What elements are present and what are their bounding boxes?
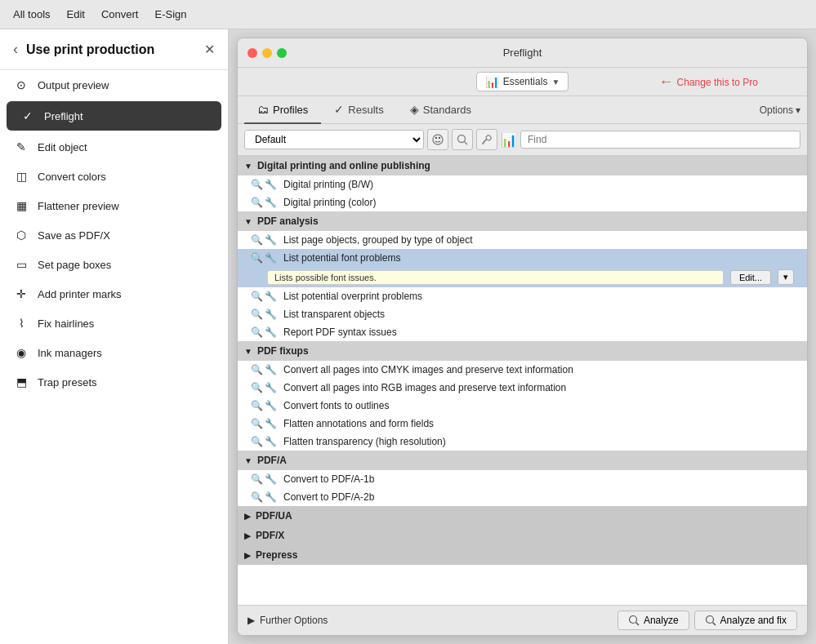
sidebar-item-convert-colors[interactable]: ◫ Convert colors [0,162,228,191]
sidebar-item-flattener-preview[interactable]: ▦ Flattener preview [0,191,228,220]
sidebar-item-label: Flattener preview [38,200,119,212]
list-item[interactable]: 🔍🔧 Flatten annotations and form fields [238,415,807,433]
list-item[interactable]: 🔍🔧 List page objects, grouped by type of… [238,231,807,249]
wrench-icon-button[interactable] [476,129,497,150]
sidebar-item-label: Add printer marks [38,288,122,300]
menu-esign[interactable]: E-Sign [154,8,186,20]
printer-marks-icon: ✛ [13,287,29,300]
section-digital-printing[interactable]: ▼ Digital printing and online publishing [238,156,807,175]
edit-object-icon: ✎ [13,140,29,153]
sidebar-item-label: Convert colors [38,171,106,183]
list-item[interactable]: 🔍🔧 Convert fonts to outlines [238,397,807,415]
find-input[interactable] [520,131,800,149]
section-prepress[interactable]: ▶ Prepress [238,545,807,565]
app-layout: ‹ Use print production ✕ ⊙ Output previe… [0,29,816,644]
collapse-arrow-icon: ▼ [244,162,252,171]
options-dropdown-icon: ▾ [796,104,800,116]
analyze-button[interactable]: Analyze [618,611,689,630]
sidebar-item-set-page-boxes[interactable]: ▭ Set page boxes [0,250,228,279]
fix-item-icon: 🔧 [265,473,277,485]
item-label: Digital printing (color) [283,197,376,208]
fix-hairlines-icon: ⌇ [13,317,29,330]
svg-point-8 [706,616,713,624]
list-item[interactable]: 🔍🔧 Report PDF syntax issues [238,323,807,341]
list-item[interactable]: 🔍🔧 Digital printing (B/W) [238,175,807,193]
options-button[interactable]: Options ▾ [760,104,800,116]
section-pdfx[interactable]: ▶ PDF/X [238,526,807,545]
window-controls [247,48,287,58]
collapse-arrow-icon: ▼ [244,456,252,465]
further-options[interactable]: ▶ Further Options [247,615,328,626]
list-item[interactable]: 🔍🔧 List potential overprint problems [238,287,807,305]
window-close-button[interactable] [247,48,257,58]
change-to-pro-text: Change this to Pro [677,76,758,87]
edit-row: Lists possible font issues. Edit... ▾ [238,267,807,287]
search-item-icon: 🔍 [251,418,263,429]
essentials-button[interactable]: 📊 Essentials ▼ [476,72,569,91]
list-item[interactable]: 🔍🔧 List transparent objects [238,305,807,323]
preflight-icon: ✓ [20,109,36,122]
sidebar-item-save-pdfx[interactable]: ⬡ Save as PDF/X [0,220,228,250]
menu-convert[interactable]: Convert [101,8,139,20]
list-item[interactable]: 🔍🔧 Convert to PDF/A-2b [238,488,807,506]
sidebar-item-label: Preflight [44,110,83,122]
main-content: Preflight 📊 Essentials ▼ ← Change this t… [229,29,816,644]
sidebar-item-label: Trap presets [38,376,97,389]
search-item-icon: 🔍 [251,473,263,485]
search-icon-button[interactable] [452,129,473,150]
fix-item-icon: 🔧 [265,418,277,429]
sidebar-item-ink-managers[interactable]: ◉ Ink managers [0,338,228,367]
list-item[interactable]: 🔍🔧 Convert all pages into RGB images and… [238,379,807,397]
window-maximize-button[interactable] [277,48,287,58]
fix-item-icon: 🔧 [265,400,277,411]
list-item[interactable]: 🔍🔧 Flatten transparency (high resolution… [238,433,807,451]
analyze-fix-button[interactable]: Analyze and fix [694,611,797,630]
list-item[interactable]: 🔍🔧 Convert all pages into CMYK images an… [238,361,807,379]
profiles-content: ▼ Digital printing and online publishing… [238,156,807,605]
search-item-icon: 🔍 [251,326,263,338]
list-item-font-problems[interactable]: 🔍🔧 List potential font problems [238,249,807,267]
preflight-window: Preflight 📊 Essentials ▼ ← Change this t… [237,38,808,636]
sidebar-item-fix-hairlines[interactable]: ⌇ Fix hairlines [0,309,228,338]
tab-results[interactable]: ✓ Results [321,96,396,124]
tab-profiles[interactable]: 🗂 Profiles [244,96,321,124]
profile-select[interactable]: Default [244,130,424,149]
preflight-footer: ▶ Further Options Analyze Analyze and fi… [238,605,807,635]
arrow-left-icon: ← [659,73,674,91]
list-item[interactable]: 🔍🔧 Digital printing (color) [238,193,807,211]
sidebar-item-output-preview[interactable]: ⊙ Output preview [0,70,228,100]
sidebar-item-trap-presets[interactable]: ⬒ Trap presets [0,367,228,397]
trap-presets-icon: ⬒ [13,375,29,389]
tab-profiles-label: Profiles [273,104,308,116]
section-pdfua[interactable]: ▶ PDF/UA [238,506,807,526]
sidebar-back-button[interactable]: ‹ [13,41,18,58]
edit-button[interactable]: Edit... [730,270,771,285]
sidebar-item-preflight[interactable]: ✓ Preflight [7,101,221,131]
window-minimize-button[interactable] [262,48,272,58]
section-pdfa[interactable]: ▼ PDF/A [238,451,807,470]
tabs-bar: 🗂 Profiles ✓ Results ◈ Standards Options… [238,96,807,124]
footer-buttons: Analyze Analyze and fix [618,611,797,630]
sidebar-close-button[interactable]: ✕ [204,42,215,57]
section-pdf-fixups-label: PDF fixups [257,345,309,357]
section-pdf-analysis[interactable]: ▼ PDF analysis [238,211,807,231]
sidebar-item-printer-marks[interactable]: ✛ Add printer marks [0,279,228,309]
sidebar-header: ‹ Use print production ✕ [0,29,228,70]
item-label: Convert all pages into CMYK images and p… [283,364,573,375]
bug-icon-button[interactable] [427,129,448,150]
section-pdf-fixups[interactable]: ▼ PDF fixups [238,341,807,361]
item-label: Convert fonts to outlines [283,400,389,411]
results-tab-icon: ✓ [334,103,344,116]
tab-standards[interactable]: ◈ Standards [397,96,484,124]
search-item-icon: 🔍 [251,436,263,447]
list-item[interactable]: 🔍🔧 Convert to PDF/A-1b [238,470,807,488]
item-label: Report PDF syntax issues [283,326,397,338]
menu-edit[interactable]: Edit [67,8,85,20]
expand-arrow-icon: ▶ [244,551,251,560]
sidebar-item-label: Save as PDF/X [38,229,110,242]
sidebar-item-label: Ink managers [38,347,102,359]
edit-dropdown-button[interactable]: ▾ [778,269,794,285]
sidebar-item-edit-object[interactable]: ✎ Edit object [0,132,228,162]
menu-all-tools[interactable]: All tools [13,8,51,20]
window-titlebar: Preflight [238,38,807,68]
